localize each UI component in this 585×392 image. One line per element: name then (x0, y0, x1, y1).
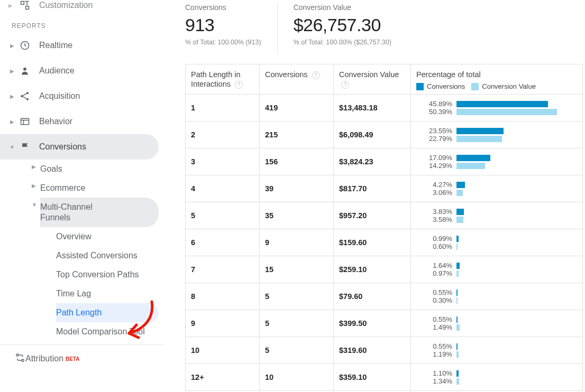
pct-value: 22.79% (416, 135, 456, 143)
th-path-length[interactable]: Path Length in Interactions ? (186, 64, 260, 95)
table-row[interactable]: 2215$6,098.4923.55%22.79% (186, 122, 583, 148)
table-row[interactable]: 439$817.704.27%3.06% (186, 175, 583, 202)
table-row[interactable]: 85$79.600.55%0.30% (186, 283, 583, 310)
path-length-table: Path Length in Interactions ? Conversion… (185, 64, 583, 391)
svg-rect-10 (22, 96, 27, 99)
cell-value: $13,483.18 (334, 95, 411, 122)
bar-value (456, 324, 460, 331)
svg-rect-1 (26, 6, 29, 10)
pct-row-conversions: 0.55% (416, 315, 577, 323)
cell-percent-chart: 3.83%3.58% (411, 202, 583, 229)
main-content: Conversions 913 % of Total: 100.00% (913… (164, 0, 585, 391)
svg-point-15 (22, 359, 24, 361)
bar-value (456, 163, 485, 169)
bar-conversions (456, 290, 458, 296)
help-icon[interactable]: ? (235, 81, 243, 89)
table-row[interactable]: 95$399.500.55%1.49% (186, 310, 583, 337)
cell-value: $817.70 (334, 175, 411, 202)
cell-value: $3,824.23 (334, 148, 411, 175)
flag-icon (18, 142, 32, 152)
pct-value: 14.29% (416, 162, 456, 170)
sidebar-item-realtime[interactable]: ▶ Realtime (0, 33, 164, 58)
pct-value: 1.10% (416, 369, 456, 377)
sidebar-sub-ecommerce[interactable]: ▶ Ecommerce (40, 179, 164, 198)
sidebar-sub-mcf[interactable]: ▼ Multi-Channel Funnels (40, 198, 159, 227)
table-row[interactable]: 69$159.600.99%0.60% (186, 229, 583, 256)
svg-point-5 (23, 68, 26, 71)
svg-point-14 (16, 354, 19, 356)
bar-value (456, 244, 458, 250)
svg-point-7 (26, 92, 29, 94)
pct-row-value: 50.39% (416, 108, 577, 116)
pct-row-conversions: 0.55% (416, 342, 577, 350)
pct-row-value: 0.30% (416, 296, 577, 304)
leaf-label: Time Lag (56, 289, 91, 298)
cell-value: $359.10 (334, 364, 411, 391)
sidebar-item-audience[interactable]: ▶ Audience (0, 58, 164, 83)
pct-value: 50.39% (416, 108, 456, 116)
table-row[interactable]: 12+10$359.101.10%1.34% (186, 364, 583, 391)
th-label: Conversions (265, 70, 308, 79)
legend-swatch-value (471, 83, 479, 90)
summary-conversions: Conversions 913 % of Total: 100.00% (913… (185, 3, 278, 53)
cell-percent-chart: 17.09%14.29% (411, 148, 583, 175)
sidebar-sub-goals[interactable]: ▶ Goals (40, 160, 164, 179)
pct-row-conversions: 3.83% (416, 208, 577, 216)
th-conversions[interactable]: Conversions ? (260, 64, 334, 95)
pct-value: 23.55% (416, 127, 456, 135)
cell-percent-chart: 45.89%50.39% (411, 95, 583, 122)
bar-conversions (456, 182, 465, 188)
legend-label: Conversion Value (482, 82, 536, 90)
sidebar-item-behavior[interactable]: ▶ Behavior (0, 109, 164, 134)
cell-path: 3 (186, 148, 260, 175)
table-row[interactable]: 105$319.600.55%1.19% (186, 337, 583, 364)
sidebar-item-customization[interactable]: ▶ Customization (0, 0, 164, 15)
chevron-right-icon: ▶ (8, 3, 16, 8)
leaf-label: Overview (56, 232, 92, 241)
leaf-time-lag[interactable]: Time Lag (56, 284, 159, 303)
summary-title: Conversion Value (294, 3, 391, 12)
pct-value: 45.89% (416, 100, 456, 108)
table-row[interactable]: 715$259.101.64%0.97% (186, 256, 583, 283)
leaf-overview[interactable]: Overview (56, 227, 159, 246)
table-row[interactable]: 3156$3,824.2317.09%14.29% (186, 148, 583, 175)
leaf-top-conversion-paths[interactable]: Top Conversion Paths (56, 265, 159, 284)
pct-row-value: 22.79% (416, 135, 577, 143)
bar-value (456, 190, 463, 196)
pct-row-value: 0.97% (416, 269, 577, 277)
pct-value: 0.97% (416, 269, 456, 277)
leaf-path-length[interactable]: Path Length (56, 303, 159, 322)
pct-row-conversions: 4.27% (416, 181, 577, 189)
cell-path: 8 (186, 283, 260, 310)
leaf-model-comparison[interactable]: Model Comparison Tool (56, 322, 159, 341)
bar-conversions (456, 101, 548, 107)
cell-conversions: 35 (260, 202, 334, 229)
summary-conversion-value: Conversion Value $26,757.30 % of Total: … (278, 3, 407, 53)
th-percentage: Percentage of total Conversions Conversi… (411, 64, 583, 95)
cell-conversions: 5 (260, 337, 334, 364)
sidebar-sub-label: Goals (40, 164, 62, 174)
pct-value: 4.27% (416, 181, 456, 189)
sidebar-item-acquisition[interactable]: ▶ Acquisition (0, 83, 164, 109)
chevron-right-icon: ▶ (8, 94, 16, 99)
th-conversion-value[interactable]: Conversion Value ? (334, 64, 411, 95)
attribution-icon (15, 352, 25, 365)
table-row[interactable]: 1419$13,483.1845.89%50.39% (186, 95, 583, 122)
leaf-label: Path Length (56, 308, 102, 317)
bar-conversions (456, 209, 464, 215)
sidebar-item-attribution[interactable]: ▶ Attribution BETA (0, 344, 164, 369)
help-icon[interactable]: ? (312, 71, 320, 79)
bar-conversions (456, 370, 459, 377)
leaf-assisted-conversions[interactable]: Assisted Conversions (56, 246, 159, 265)
sidebar-sub-label: Ecommerce (40, 183, 85, 193)
help-icon[interactable]: ? (341, 81, 349, 89)
chevron-down-icon: ▼ (32, 202, 39, 209)
leaf-label: Model Comparison Tool (56, 326, 145, 337)
cell-path: 1 (186, 95, 260, 122)
table-row[interactable]: 535$957.203.83%3.58% (186, 202, 583, 229)
sidebar-item-conversions[interactable]: ▼ Conversions (0, 134, 159, 160)
chevron-right-icon: ▶ (8, 119, 16, 125)
cell-conversions: 156 (260, 148, 334, 175)
cell-path: 10 (186, 337, 260, 364)
legend-swatch-conversions (416, 83, 424, 90)
